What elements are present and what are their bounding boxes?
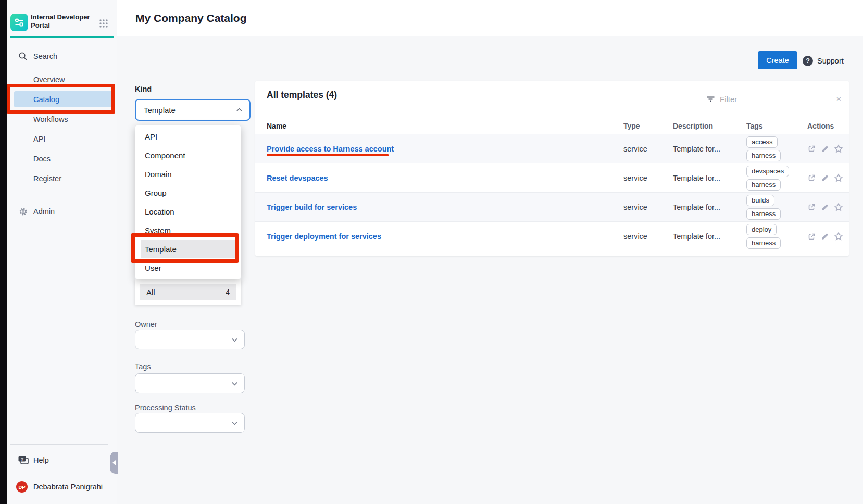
edit-icon[interactable] bbox=[821, 174, 829, 182]
sidebar-item-label: Catalog bbox=[33, 95, 59, 104]
open-in-new-icon[interactable] bbox=[807, 173, 816, 182]
kind-option-system[interactable]: System bbox=[135, 221, 241, 240]
clear-filter-icon[interactable]: ✕ bbox=[834, 95, 844, 103]
table-filter: ✕ bbox=[706, 91, 844, 107]
sidebar-item-register[interactable]: Register bbox=[7, 169, 117, 188]
sidebar-nav: Overview Catalog Workflows API Docs Regi… bbox=[7, 70, 117, 188]
kind-option-group[interactable]: Group bbox=[135, 183, 241, 202]
open-in-new-icon[interactable] bbox=[807, 203, 816, 211]
kind-select-value: Template bbox=[144, 106, 236, 115]
sidebar-collapse-handle[interactable] bbox=[110, 452, 118, 474]
create-button[interactable]: Create bbox=[758, 51, 797, 69]
sidebar-item-overview[interactable]: Overview bbox=[7, 70, 117, 90]
sidebar-divider bbox=[10, 444, 108, 445]
sidebar-item-admin[interactable]: Admin bbox=[7, 201, 117, 221]
all-count: 4 bbox=[226, 288, 230, 296]
kind-option-domain[interactable]: Domain bbox=[135, 165, 241, 183]
edit-icon[interactable] bbox=[821, 232, 829, 241]
template-name-link[interactable]: Trigger deployment for services bbox=[255, 232, 623, 241]
star-icon[interactable] bbox=[834, 144, 843, 154]
sidebar-item-api[interactable]: API bbox=[7, 129, 117, 149]
kind-option-location[interactable]: Location bbox=[135, 202, 241, 221]
tag-chip: harness bbox=[746, 208, 781, 220]
row-description: Template for... bbox=[673, 174, 746, 182]
sidebar-item-label: Docs bbox=[33, 155, 51, 163]
tag-chip: harness bbox=[746, 237, 781, 249]
search-label: Search bbox=[33, 52, 57, 60]
sidebar-item-label: Workflows bbox=[33, 115, 68, 123]
table-row: Trigger build for services service Templ… bbox=[255, 193, 849, 222]
row-type: service bbox=[623, 203, 673, 211]
gear-icon bbox=[19, 207, 28, 216]
star-icon[interactable] bbox=[834, 173, 843, 183]
row-description: Template for... bbox=[673, 232, 746, 241]
app-root: Internal Developer Portal Search Overvie… bbox=[0, 0, 863, 504]
kind-options-dropdown: APIComponentDomainGroupLocationSystemTem… bbox=[135, 125, 241, 279]
row-tags: buildsharness bbox=[746, 195, 807, 220]
row-type: service bbox=[623, 145, 673, 153]
all-label: All bbox=[146, 288, 155, 297]
edit-icon[interactable] bbox=[821, 203, 829, 211]
help-button[interactable]: ? Help bbox=[7, 453, 117, 468]
kind-all-row[interactable]: All 4 bbox=[140, 284, 236, 300]
sidebar-item-label: Register bbox=[33, 174, 61, 183]
filter-icon bbox=[706, 95, 715, 104]
star-icon[interactable] bbox=[834, 232, 843, 241]
column-header-name: Name bbox=[255, 122, 623, 130]
support-label: Support bbox=[817, 57, 844, 65]
star-icon[interactable] bbox=[834, 203, 843, 212]
sidebar-item-label: API bbox=[33, 135, 45, 143]
app-title: Internal Developer Portal bbox=[31, 13, 96, 30]
tags-filter-label: Tags bbox=[135, 362, 151, 371]
column-header-tags: Tags bbox=[746, 122, 807, 130]
svg-text:?: ? bbox=[21, 457, 23, 462]
help-chat-icon: ? bbox=[18, 455, 29, 465]
row-type: service bbox=[623, 174, 673, 182]
support-button[interactable]: ? Support bbox=[803, 55, 844, 66]
chevron-left-icon bbox=[112, 460, 116, 465]
row-actions bbox=[807, 203, 849, 212]
owner-filter-label: Owner bbox=[135, 320, 157, 329]
kind-filter-label: Kind bbox=[135, 85, 152, 93]
owner-select[interactable] bbox=[135, 330, 245, 349]
page-title: My Company Catalog bbox=[135, 12, 247, 24]
kind-select[interactable]: Template bbox=[135, 99, 251, 121]
kind-option-user[interactable]: User bbox=[135, 258, 241, 277]
sidebar-item-label: Overview bbox=[33, 75, 65, 84]
column-header-description: Description bbox=[673, 122, 746, 130]
sidebar-item-docs[interactable]: Docs bbox=[7, 149, 117, 169]
kind-option-component[interactable]: Component bbox=[135, 146, 241, 165]
sidebar: Internal Developer Portal Search Overvie… bbox=[7, 0, 117, 504]
user-menu[interactable]: DP Debabrata Panigrahi bbox=[7, 480, 117, 494]
processing-status-select[interactable] bbox=[135, 413, 245, 433]
catalog-panel: All templates (4) ✕ Name Type Descriptio… bbox=[255, 81, 849, 256]
tag-chip: access bbox=[746, 136, 778, 148]
table-header-row: Name Type Description Tags Actions bbox=[255, 118, 849, 134]
table-row: Provide access to Harness account servic… bbox=[255, 134, 849, 163]
template-name-link[interactable]: Reset devspaces bbox=[255, 174, 623, 182]
template-name-link[interactable]: Trigger build for services bbox=[255, 203, 623, 211]
question-icon: ? bbox=[803, 56, 813, 66]
screen-edge-strip bbox=[0, 0, 7, 504]
sidebar-item-catalog[interactable]: Catalog bbox=[7, 90, 117, 109]
sidebar-accent-divider bbox=[10, 36, 114, 38]
row-tags: devspacesharness bbox=[746, 166, 807, 191]
kind-option-template[interactable]: Template bbox=[141, 240, 235, 258]
table-row: Trigger deployment for services service … bbox=[255, 222, 849, 251]
edit-icon[interactable] bbox=[821, 145, 829, 153]
open-in-new-icon[interactable] bbox=[807, 144, 816, 153]
tag-chip: devspaces bbox=[746, 166, 789, 177]
sidebar-search[interactable]: Search bbox=[7, 48, 117, 65]
open-in-new-icon[interactable] bbox=[807, 232, 816, 241]
kind-summary-card: All 4 bbox=[135, 279, 241, 305]
filter-input[interactable] bbox=[720, 95, 834, 104]
template-name-link[interactable]: Provide access to Harness account bbox=[255, 145, 623, 153]
sidebar-item-workflows[interactable]: Workflows bbox=[7, 109, 117, 129]
table-row: Reset devspaces service Template for... … bbox=[255, 163, 849, 193]
row-tags: accessharness bbox=[746, 136, 807, 161]
tags-select[interactable] bbox=[135, 373, 245, 393]
row-description: Template for... bbox=[673, 145, 746, 153]
kind-option-api[interactable]: API bbox=[135, 127, 241, 146]
apps-grid-icon[interactable] bbox=[99, 19, 108, 28]
tag-chip: harness bbox=[746, 150, 781, 161]
